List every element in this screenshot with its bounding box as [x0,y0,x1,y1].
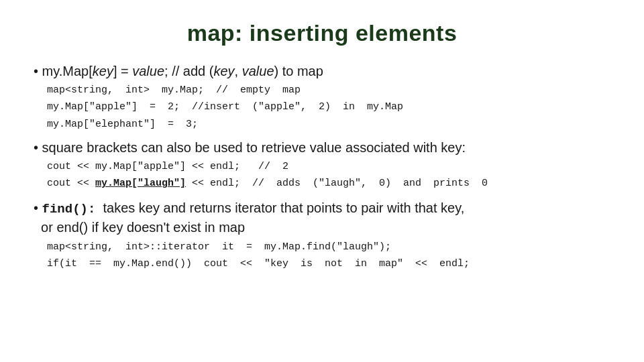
find-code: find(): [42,202,96,217]
slide-title: map: inserting elements [34,20,610,46]
code-1a: map<string, int> my.Map; // empty map [47,82,610,98]
section-2: • square brackets can also be used to re… [34,135,610,193]
section-1: • my.Map[key] = value; // add (key, valu… [34,58,610,133]
bullet-2: • square brackets can also be used to re… [34,139,610,156]
code-2a: cout << my.Map["apple"] << endl; // 2 [47,159,610,174]
code-3b: if(it == my.Map.end()) cout << "key is n… [47,256,610,272]
code-1c: my.Map["elephant"] = 3; [47,117,610,132]
bullet-1: • my.Map[key] = value; // add (key, valu… [34,62,610,80]
code-1b: my.Map["apple"] = 2; //insert ("apple", … [47,99,610,115]
section-3: • find(): takes key and returns iterator… [34,194,610,273]
slide: map: inserting elements • my.Map[key] = … [0,0,644,362]
code-3a: map<string, int>::iterator it = my.Map.f… [47,239,610,255]
highlight-mymap: my.Map["laugh"] [95,178,186,189]
bullet-3: • find(): takes key and returns iterator… [34,199,610,237]
code-2b: cout << my.Map["laugh"] << endl; // adds… [47,176,610,191]
